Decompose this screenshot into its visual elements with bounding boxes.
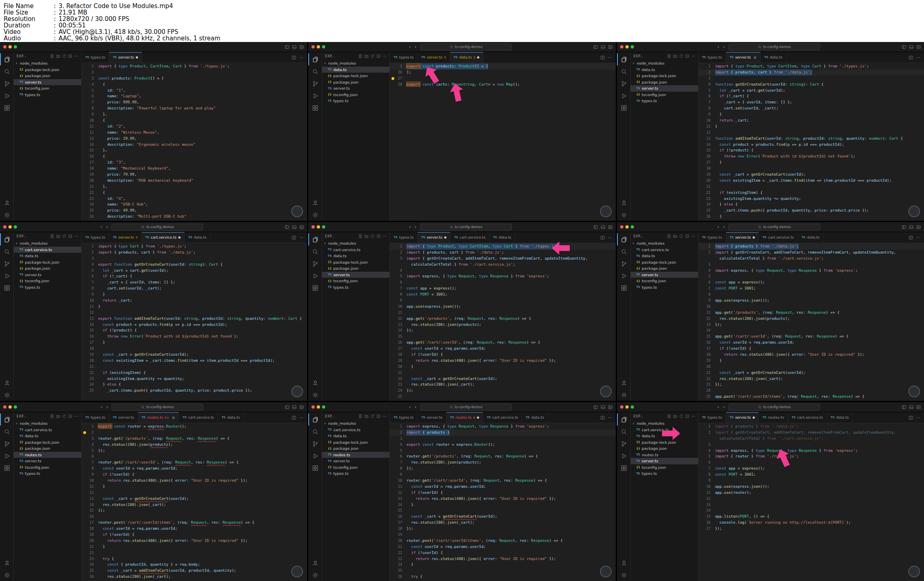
tab-data-ts[interactable]: TSdata.ts2● bbox=[450, 52, 484, 63]
tab-server-ts[interactable]: TSserver.ts2 bbox=[109, 232, 141, 243]
code-line[interactable]: 19 return res.status(400).json({ error: … bbox=[390, 358, 615, 364]
code-line[interactable]: calculateCartTotal } from './cart.servic… bbox=[390, 262, 615, 268]
explorer-activity-icon[interactable] bbox=[617, 233, 630, 245]
code-line[interactable]: 20 } bbox=[390, 364, 615, 370]
code-line[interactable]: 4 bbox=[390, 268, 615, 274]
explorer-activity-icon[interactable] bbox=[617, 413, 630, 426]
code-line[interactable]: 9app.use(express.json()); bbox=[699, 298, 924, 304]
explorer-item-package-lock.json[interactable]: {}package-lock.json bbox=[322, 439, 389, 446]
collapse-folders-icon[interactable] bbox=[685, 54, 689, 58]
explorer-item-node_modules[interactable]: ›node_modules bbox=[322, 420, 389, 427]
code-line[interactable]: 17}); bbox=[699, 526, 924, 532]
search-activity-icon[interactable] bbox=[617, 245, 630, 258]
explorer-item-tsconfig.json[interactable]: {}tsconfig.json bbox=[14, 278, 81, 284]
code-line[interactable]: 5 bbox=[390, 448, 615, 454]
traffic-light-zoom-button[interactable] bbox=[631, 45, 634, 48]
more-actions-icon[interactable] bbox=[916, 55, 920, 60]
collapse-folders-icon[interactable] bbox=[377, 234, 381, 238]
explorer-item-routes.ts[interactable]: TSroutes.ts bbox=[14, 452, 81, 458]
new-file-icon[interactable] bbox=[50, 414, 54, 418]
code-line[interactable]: 3 bbox=[699, 76, 924, 82]
code-line[interactable]: 18}); bbox=[390, 526, 615, 532]
code-line[interactable]: 18 bbox=[699, 166, 924, 172]
code-line[interactable]: 17 if (!userId) { bbox=[699, 346, 924, 352]
split-editor-icon[interactable] bbox=[292, 235, 296, 240]
toggle-sidebar-icon[interactable] bbox=[594, 405, 598, 409]
new-folder-icon[interactable] bbox=[56, 414, 60, 418]
tab-server-ts[interactable]: TSserver.ts bbox=[109, 412, 138, 423]
code-line[interactable]: 8const PORT = 3001; bbox=[390, 292, 615, 298]
code-line[interactable]: 18 bbox=[82, 346, 307, 352]
tab-types-ts[interactable]: TStypes.ts bbox=[82, 412, 109, 423]
code-line[interactable]: 11 const userId = req.params.userId; bbox=[390, 484, 615, 490]
tab-data-ts[interactable]: TSdata.ts bbox=[827, 412, 853, 423]
more-actions-icon[interactable] bbox=[383, 414, 387, 418]
code-line[interactable]: 17router.post('/cart/:userId/items', (re… bbox=[82, 520, 307, 526]
explorer-item-data.ts[interactable]: TSdata.ts bbox=[631, 253, 698, 259]
run-debug-activity-icon[interactable] bbox=[0, 90, 13, 102]
code-line[interactable]: 7router.get('/cart/:userId', (req: Reque… bbox=[82, 459, 307, 466]
explorer-item-cart.service.ts[interactable]: TScart.service.ts bbox=[14, 427, 81, 433]
code-editor[interactable]: 1export const products: Product[] = [26]… bbox=[390, 63, 615, 221]
code-line[interactable]: 8 description: "Powerful laptop for work… bbox=[82, 105, 307, 111]
toggle-panel-icon[interactable] bbox=[601, 225, 605, 229]
code-line[interactable]: 2import { products, cart } from './data.… bbox=[390, 250, 615, 256]
code-line[interactable]: 24 name: "USB-C Hub", bbox=[82, 201, 307, 208]
code-line[interactable]: 9 bbox=[390, 298, 615, 304]
split-editor-icon[interactable] bbox=[909, 235, 913, 240]
explorer-item-package.json[interactable]: {}package.json bbox=[322, 265, 389, 272]
traffic-light-close-button[interactable] bbox=[620, 45, 623, 48]
code-line[interactable]: 2import { products, cart } from './data.… bbox=[82, 250, 307, 256]
tab-cart-service-ts[interactable]: TScart.service.ts bbox=[483, 412, 522, 423]
customize-layout-icon[interactable] bbox=[299, 405, 304, 409]
source-control-activity-icon[interactable] bbox=[0, 78, 13, 90]
explorer-item-tsconfig.json[interactable]: {}tsconfig.json bbox=[322, 278, 389, 284]
code-line[interactable]: 1import { products } from './data.js'; bbox=[699, 424, 924, 430]
code-line[interactable]: 23 id: "4", bbox=[82, 196, 307, 202]
customize-layout-icon[interactable] bbox=[299, 225, 304, 229]
code-line[interactable]: 25 const _cart = addItemToCart(userId, p… bbox=[82, 568, 307, 574]
extensions-activity-icon[interactable] bbox=[0, 462, 13, 474]
code-line[interactable]: 22 if (!userId) { bbox=[390, 550, 615, 556]
traffic-light-close-button[interactable] bbox=[3, 405, 6, 409]
new-folder-icon[interactable] bbox=[364, 414, 368, 418]
history-forward-icon[interactable]: › bbox=[723, 405, 725, 409]
split-editor-icon[interactable] bbox=[292, 55, 296, 60]
history-forward-icon[interactable]: › bbox=[723, 224, 725, 229]
settings-activity-icon[interactable] bbox=[617, 569, 630, 581]
explorer-activity-icon[interactable] bbox=[617, 53, 630, 65]
run-debug-activity-icon[interactable] bbox=[617, 450, 630, 462]
code-line[interactable]: 15app.get('/cart/:userId', (req: Request… bbox=[699, 333, 924, 340]
source-control-activity-icon[interactable] bbox=[0, 438, 13, 450]
history-back-icon[interactable]: ‹ bbox=[409, 224, 411, 229]
toggle-sidebar-icon[interactable] bbox=[902, 405, 906, 409]
tab-server-ts[interactable]: TSserver.ts● bbox=[726, 232, 759, 243]
code-line[interactable]: 16 console.log(`Server running on http:/… bbox=[699, 520, 924, 526]
extensions-activity-icon[interactable] bbox=[0, 282, 13, 294]
code-line[interactable]: 4export function getOrCreateCart(userId:… bbox=[82, 262, 307, 268]
explorer-item-server.ts[interactable]: TSserver.ts bbox=[631, 458, 698, 464]
code-line[interactable]: 16app.get('/cart/:userId', (req: Request… bbox=[390, 340, 615, 346]
code-line[interactable]: 8 cart.set(userId, _cart); bbox=[82, 285, 307, 292]
code-line[interactable]: 14 const product = products.find(p => p.… bbox=[82, 322, 307, 328]
explorer-item-package.json[interactable]: {}package.json bbox=[322, 79, 389, 86]
command-center-search[interactable]: ts-config-demos bbox=[728, 404, 820, 411]
new-file-icon[interactable] bbox=[667, 234, 671, 238]
more-actions-icon[interactable] bbox=[916, 235, 920, 240]
settings-activity-icon[interactable] bbox=[617, 389, 630, 401]
tab-cart-service-ts[interactable]: TScart.service.ts bbox=[788, 412, 827, 423]
code-line[interactable]: 4export const router = express.Router(); bbox=[390, 442, 615, 448]
code-line[interactable]: 8}); bbox=[390, 466, 615, 472]
code-line[interactable]: 5}); bbox=[82, 448, 307, 454]
code-line[interactable]: 7 res.status(200).json(products); bbox=[390, 459, 615, 466]
explorer-item-package-lock.json[interactable]: {}package-lock.json bbox=[322, 259, 389, 266]
code-line[interactable]: 21 const userId = req.params.userId; bbox=[390, 544, 615, 550]
command-center-search[interactable]: ts-config-demos bbox=[420, 224, 512, 231]
code-line[interactable]: 17 const userId = req.params.userId; bbox=[390, 346, 615, 352]
customize-layout-icon[interactable] bbox=[608, 405, 612, 409]
toggle-sidebar-icon[interactable] bbox=[902, 225, 906, 229]
toggle-sidebar-icon[interactable] bbox=[285, 225, 289, 229]
code-line[interactable]: 9 bbox=[390, 472, 615, 478]
more-actions-icon[interactable] bbox=[74, 54, 78, 58]
account-activity-icon[interactable] bbox=[0, 377, 13, 389]
